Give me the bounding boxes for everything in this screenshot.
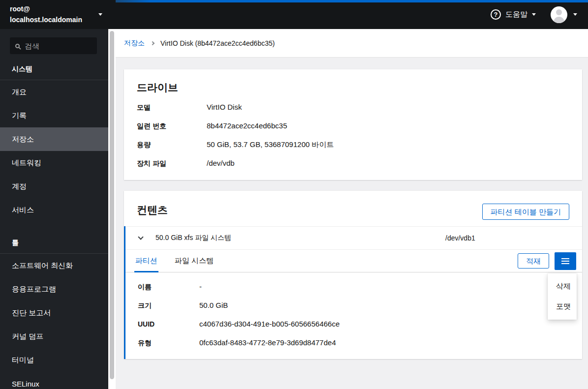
- partition-detail-label: 이름: [138, 282, 199, 292]
- sidebar-item-kernel-dump[interactable]: 커널 덤프: [0, 325, 108, 348]
- drive-detail-value: 50 GiB, 53.7 GB, 53687091200 바이트: [207, 140, 569, 150]
- breadcrumb-current: VirtIO Disk (8b4472ace2cc4ed6bc35): [160, 39, 275, 47]
- help-icon: ?: [491, 9, 501, 20]
- expand-toggle[interactable]: [125, 227, 155, 249]
- search-input[interactable]: [25, 42, 92, 50]
- masthead-toolbar: ? 도움말: [491, 0, 588, 29]
- accent-strip: [116, 0, 588, 2]
- sidebar: 시스템 개요 기록 저장소 네트워킹 계정 서비스 툴 소프트웨어 최신화 응용…: [0, 29, 108, 389]
- partition-menu-dropdown: 삭제 포맷: [548, 273, 577, 320]
- search-icon: [15, 44, 20, 48]
- partition-detail-label: 크기: [138, 300, 199, 310]
- sidebar-item-applications[interactable]: 응용프로그램: [0, 277, 108, 301]
- drive-detail-value: 8b4472ace2cc4ed6bc35: [207, 121, 569, 131]
- host-user: root@: [10, 4, 98, 15]
- host-label: root@ localhost.localdomain: [10, 4, 98, 25]
- tab-filesystem[interactable]: 파일 시스템: [174, 250, 215, 272]
- sidebar-item-terminal[interactable]: 터미널: [0, 348, 108, 372]
- drive-detail-label: 모델: [137, 102, 207, 112]
- content-card: 컨텐츠 파티션 테이블 만들기 50.0 GiB xfs 파일 시스템 /dev…: [124, 191, 582, 359]
- sidebar-item-services[interactable]: 서비스: [0, 198, 108, 222]
- help-menu-button[interactable]: ? 도움말: [491, 9, 536, 20]
- host-switcher[interactable]: root@ localhost.localdomain: [0, 0, 108, 29]
- partition-detail-label: UUID: [138, 319, 199, 329]
- page-body: 드라이브 모델 VirtIO Disk 일련 번호 8b4472ace2cc4e…: [116, 58, 588, 359]
- sidebar-item-software-updates[interactable]: 소프트웨어 최신화: [0, 254, 108, 277]
- sidebar-section-tools: 툴 소프트웨어 최신화 응용프로그램 진단 보고서 커널 덤프 터미널 SELi…: [0, 234, 108, 389]
- partition-tabs: 파티션 파일 시스템 적재: [125, 249, 582, 272]
- masthead: root@ localhost.localdomain ? 도움말: [0, 0, 588, 29]
- help-label: 도움말: [505, 10, 527, 19]
- drive-card: 드라이브 모델 VirtIO Disk 일련 번호 8b4472ace2cc4e…: [124, 69, 582, 180]
- content-card-header: 컨텐츠 파티션 테이블 만들기: [124, 191, 582, 226]
- sidebar-search: [10, 37, 97, 54]
- breadcrumb: 저장소 VirtIO Disk (8b4472ace2cc4ed6bc35): [116, 29, 588, 58]
- tab-partition[interactable]: 파티션: [134, 250, 158, 272]
- partition-detail-value: 50.0 GiB: [199, 300, 569, 310]
- section-title: 시스템: [0, 60, 108, 80]
- chevron-down-icon: [573, 13, 577, 16]
- sidebar-item-selinux[interactable]: SELinux: [0, 372, 108, 389]
- mount-button[interactable]: 적재: [518, 253, 549, 269]
- chevron-down-icon: [98, 13, 102, 16]
- breadcrumb-link-storage[interactable]: 저장소: [124, 39, 145, 48]
- section-title: 툴: [0, 234, 108, 254]
- main-content: 저장소 VirtIO Disk (8b4472ace2cc4ed6bc35) 드…: [116, 29, 588, 389]
- partition-summary: 50.0 GiB xfs 파일 시스템: [155, 234, 445, 242]
- drive-detail-label: 일련 번호: [137, 121, 207, 131]
- partition-row[interactable]: 50.0 GiB xfs 파일 시스템 /dev/vdb1: [125, 226, 582, 249]
- content-card-title: 컨텐츠: [137, 204, 168, 216]
- bars-icon: [561, 261, 569, 262]
- partition-expanded-panel: 파티션 파일 시스템 적재 이름 - 크기 50.0 GiB UUID c406: [125, 249, 582, 359]
- sidebar-scrollbar: [108, 29, 116, 389]
- drive-detail-label: 용량: [137, 140, 207, 150]
- sidebar-item-diagnostic-reports[interactable]: 진단 보고서: [0, 301, 108, 325]
- sidebar-item-networking[interactable]: 네트워킹: [0, 151, 108, 175]
- drive-detail-label: 장치 파일: [137, 158, 207, 168]
- chevron-right-icon: [151, 41, 155, 45]
- create-partition-table-button[interactable]: 파티션 테이블 만들기: [482, 204, 569, 220]
- drive-detail-value: VirtIO Disk: [207, 102, 569, 112]
- drive-card-title: 드라이브: [137, 81, 569, 93]
- chevron-down-icon: [532, 13, 536, 16]
- drive-details: 모델 VirtIO Disk 일련 번호 8b4472ace2cc4ed6bc3…: [137, 102, 569, 168]
- partition-details: 이름 - 크기 50.0 GiB UUID c4067d36-d304-491e…: [125, 272, 582, 359]
- partition-detail-value: -: [199, 282, 569, 292]
- menu-item-format[interactable]: 포맷: [548, 297, 577, 317]
- partition-detail-value: c4067d36-d304-491e-b005-6056656466ce: [199, 319, 569, 329]
- scrollbar-thumb[interactable]: [110, 31, 114, 379]
- drive-detail-value: /dev/vdb: [207, 158, 569, 168]
- partition-menu-button[interactable]: [555, 252, 576, 270]
- chevron-down-icon: [138, 234, 143, 239]
- sidebar-item-overview[interactable]: 개요: [0, 80, 108, 104]
- avatar: [551, 6, 567, 23]
- sidebar-section-system: 시스템 개요 기록 저장소 네트워킹 계정 서비스: [0, 60, 108, 222]
- partition-device: /dev/vdb1: [445, 234, 582, 242]
- session-menu-button[interactable]: [551, 6, 577, 23]
- host-name: localhost.localdomain: [10, 15, 98, 26]
- sidebar-item-accounts[interactable]: 계정: [0, 175, 108, 198]
- partition-detail-label: 유형: [138, 338, 199, 348]
- partition-listing: 50.0 GiB xfs 파일 시스템 /dev/vdb1 파티션 파일 시스템…: [124, 226, 582, 359]
- menu-item-delete[interactable]: 삭제: [548, 276, 577, 297]
- partition-detail-value: 0fc63daf-8483-4772-8e79-3d69d8477de4: [199, 338, 569, 348]
- sidebar-item-logs[interactable]: 기록: [0, 104, 108, 127]
- sidebar-item-storage[interactable]: 저장소: [0, 127, 108, 151]
